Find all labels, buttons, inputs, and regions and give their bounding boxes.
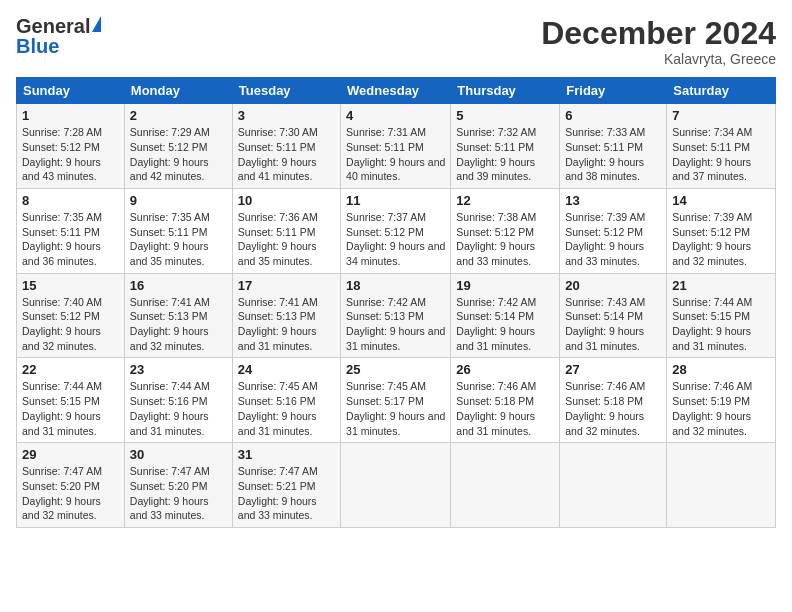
calendar-header-thursday: Thursday (451, 78, 560, 104)
day-number: 1 (22, 108, 119, 123)
calendar-cell: 7Sunrise: 7:34 AMSunset: 5:11 PMDaylight… (667, 104, 776, 189)
calendar-cell: 5Sunrise: 7:32 AMSunset: 5:11 PMDaylight… (451, 104, 560, 189)
calendar-week-3: 15Sunrise: 7:40 AMSunset: 5:12 PMDayligh… (17, 273, 776, 358)
calendar-cell: 11Sunrise: 7:37 AMSunset: 5:12 PMDayligh… (341, 188, 451, 273)
calendar-cell (560, 443, 667, 528)
day-number: 4 (346, 108, 445, 123)
calendar-cell: 29Sunrise: 7:47 AMSunset: 5:20 PMDayligh… (17, 443, 125, 528)
calendar-cell: 20Sunrise: 7:43 AMSunset: 5:14 PMDayligh… (560, 273, 667, 358)
day-number: 24 (238, 362, 335, 377)
day-number: 31 (238, 447, 335, 462)
day-info: Sunrise: 7:42 AMSunset: 5:14 PMDaylight:… (456, 295, 554, 354)
day-info: Sunrise: 7:28 AMSunset: 5:12 PMDaylight:… (22, 125, 119, 184)
calendar-cell: 1Sunrise: 7:28 AMSunset: 5:12 PMDaylight… (17, 104, 125, 189)
calendar-cell: 31Sunrise: 7:47 AMSunset: 5:21 PMDayligh… (232, 443, 340, 528)
day-number: 14 (672, 193, 770, 208)
calendar-week-4: 22Sunrise: 7:44 AMSunset: 5:15 PMDayligh… (17, 358, 776, 443)
calendar-header-friday: Friday (560, 78, 667, 104)
day-number: 11 (346, 193, 445, 208)
calendar-cell: 26Sunrise: 7:46 AMSunset: 5:18 PMDayligh… (451, 358, 560, 443)
day-info: Sunrise: 7:39 AMSunset: 5:12 PMDaylight:… (672, 210, 770, 269)
day-info: Sunrise: 7:45 AMSunset: 5:17 PMDaylight:… (346, 379, 445, 438)
day-info: Sunrise: 7:47 AMSunset: 5:20 PMDaylight:… (22, 464, 119, 523)
day-info: Sunrise: 7:41 AMSunset: 5:13 PMDaylight:… (238, 295, 335, 354)
day-info: Sunrise: 7:36 AMSunset: 5:11 PMDaylight:… (238, 210, 335, 269)
calendar-cell: 3Sunrise: 7:30 AMSunset: 5:11 PMDaylight… (232, 104, 340, 189)
page-header: General Blue December 2024 Kalavryta, Gr… (16, 16, 776, 67)
day-number: 17 (238, 278, 335, 293)
calendar-week-1: 1Sunrise: 7:28 AMSunset: 5:12 PMDaylight… (17, 104, 776, 189)
day-info: Sunrise: 7:42 AMSunset: 5:13 PMDaylight:… (346, 295, 445, 354)
calendar-header-tuesday: Tuesday (232, 78, 340, 104)
calendar-cell: 12Sunrise: 7:38 AMSunset: 5:12 PMDayligh… (451, 188, 560, 273)
calendar-header-wednesday: Wednesday (341, 78, 451, 104)
day-number: 12 (456, 193, 554, 208)
calendar-cell: 23Sunrise: 7:44 AMSunset: 5:16 PMDayligh… (124, 358, 232, 443)
day-info: Sunrise: 7:41 AMSunset: 5:13 PMDaylight:… (130, 295, 227, 354)
calendar-cell: 6Sunrise: 7:33 AMSunset: 5:11 PMDaylight… (560, 104, 667, 189)
calendar-cell: 24Sunrise: 7:45 AMSunset: 5:16 PMDayligh… (232, 358, 340, 443)
calendar-cell: 30Sunrise: 7:47 AMSunset: 5:20 PMDayligh… (124, 443, 232, 528)
calendar-cell: 8Sunrise: 7:35 AMSunset: 5:11 PMDaylight… (17, 188, 125, 273)
calendar-cell: 21Sunrise: 7:44 AMSunset: 5:15 PMDayligh… (667, 273, 776, 358)
calendar-cell: 17Sunrise: 7:41 AMSunset: 5:13 PMDayligh… (232, 273, 340, 358)
calendar-cell (451, 443, 560, 528)
day-number: 10 (238, 193, 335, 208)
day-info: Sunrise: 7:37 AMSunset: 5:12 PMDaylight:… (346, 210, 445, 269)
calendar-cell (341, 443, 451, 528)
day-info: Sunrise: 7:34 AMSunset: 5:11 PMDaylight:… (672, 125, 770, 184)
day-number: 20 (565, 278, 661, 293)
day-info: Sunrise: 7:33 AMSunset: 5:11 PMDaylight:… (565, 125, 661, 184)
day-info: Sunrise: 7:32 AMSunset: 5:11 PMDaylight:… (456, 125, 554, 184)
day-info: Sunrise: 7:31 AMSunset: 5:11 PMDaylight:… (346, 125, 445, 184)
day-number: 25 (346, 362, 445, 377)
logo-blue-text: Blue (16, 36, 59, 56)
day-info: Sunrise: 7:46 AMSunset: 5:18 PMDaylight:… (456, 379, 554, 438)
title-area: December 2024 Kalavryta, Greece (541, 16, 776, 67)
calendar-table: SundayMondayTuesdayWednesdayThursdayFrid… (16, 77, 776, 528)
calendar-cell: 13Sunrise: 7:39 AMSunset: 5:12 PMDayligh… (560, 188, 667, 273)
calendar-header-sunday: Sunday (17, 78, 125, 104)
day-number: 29 (22, 447, 119, 462)
calendar-cell: 2Sunrise: 7:29 AMSunset: 5:12 PMDaylight… (124, 104, 232, 189)
calendar-header-monday: Monday (124, 78, 232, 104)
day-info: Sunrise: 7:46 AMSunset: 5:19 PMDaylight:… (672, 379, 770, 438)
calendar-cell (667, 443, 776, 528)
day-number: 23 (130, 362, 227, 377)
day-info: Sunrise: 7:43 AMSunset: 5:14 PMDaylight:… (565, 295, 661, 354)
day-number: 30 (130, 447, 227, 462)
day-info: Sunrise: 7:46 AMSunset: 5:18 PMDaylight:… (565, 379, 661, 438)
calendar-cell: 28Sunrise: 7:46 AMSunset: 5:19 PMDayligh… (667, 358, 776, 443)
day-info: Sunrise: 7:40 AMSunset: 5:12 PMDaylight:… (22, 295, 119, 354)
calendar-header-saturday: Saturday (667, 78, 776, 104)
calendar-cell: 25Sunrise: 7:45 AMSunset: 5:17 PMDayligh… (341, 358, 451, 443)
day-info: Sunrise: 7:35 AMSunset: 5:11 PMDaylight:… (130, 210, 227, 269)
day-number: 8 (22, 193, 119, 208)
calendar-cell: 19Sunrise: 7:42 AMSunset: 5:14 PMDayligh… (451, 273, 560, 358)
day-info: Sunrise: 7:44 AMSunset: 5:16 PMDaylight:… (130, 379, 227, 438)
day-number: 19 (456, 278, 554, 293)
day-number: 22 (22, 362, 119, 377)
day-info: Sunrise: 7:44 AMSunset: 5:15 PMDaylight:… (22, 379, 119, 438)
calendar-week-5: 29Sunrise: 7:47 AMSunset: 5:20 PMDayligh… (17, 443, 776, 528)
day-info: Sunrise: 7:45 AMSunset: 5:16 PMDaylight:… (238, 379, 335, 438)
calendar-cell: 16Sunrise: 7:41 AMSunset: 5:13 PMDayligh… (124, 273, 232, 358)
calendar-cell: 10Sunrise: 7:36 AMSunset: 5:11 PMDayligh… (232, 188, 340, 273)
day-info: Sunrise: 7:47 AMSunset: 5:20 PMDaylight:… (130, 464, 227, 523)
day-number: 13 (565, 193, 661, 208)
day-number: 2 (130, 108, 227, 123)
calendar-cell: 22Sunrise: 7:44 AMSunset: 5:15 PMDayligh… (17, 358, 125, 443)
day-number: 7 (672, 108, 770, 123)
day-number: 21 (672, 278, 770, 293)
day-info: Sunrise: 7:30 AMSunset: 5:11 PMDaylight:… (238, 125, 335, 184)
day-info: Sunrise: 7:39 AMSunset: 5:12 PMDaylight:… (565, 210, 661, 269)
calendar-cell: 27Sunrise: 7:46 AMSunset: 5:18 PMDayligh… (560, 358, 667, 443)
day-number: 16 (130, 278, 227, 293)
calendar-cell: 4Sunrise: 7:31 AMSunset: 5:11 PMDaylight… (341, 104, 451, 189)
day-number: 28 (672, 362, 770, 377)
calendar-cell: 14Sunrise: 7:39 AMSunset: 5:12 PMDayligh… (667, 188, 776, 273)
location: Kalavryta, Greece (541, 51, 776, 67)
logo-general-text: General (16, 16, 90, 36)
logo: General Blue (16, 16, 101, 56)
day-number: 6 (565, 108, 661, 123)
